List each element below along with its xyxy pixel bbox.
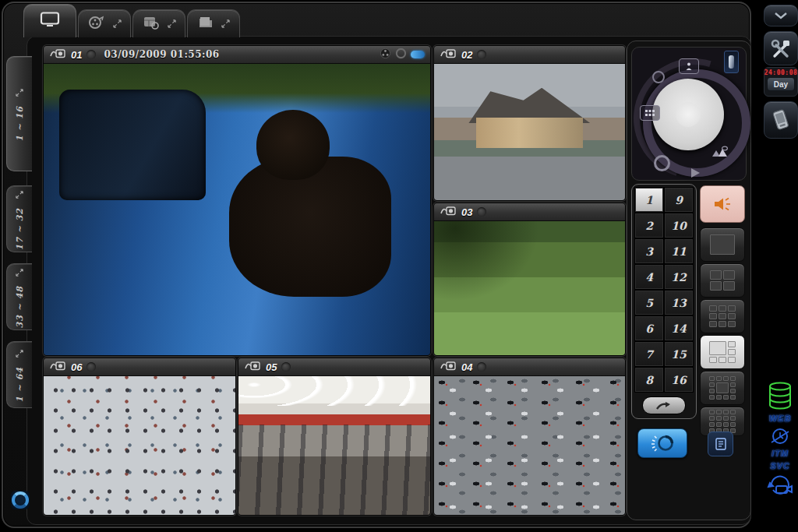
status-dot bbox=[87, 50, 96, 59]
audio-alarm-button[interactable] bbox=[700, 185, 745, 223]
tab-search-playback[interactable] bbox=[78, 9, 131, 37]
expand-icon bbox=[16, 266, 23, 280]
channel-key-6[interactable]: 6 bbox=[634, 315, 664, 341]
camera-feed-image bbox=[238, 375, 430, 515]
schedule-clock: 24:00:08 Day bbox=[764, 67, 798, 97]
camera-05-header: 05 bbox=[238, 358, 430, 376]
ptz-ring-icon[interactable] bbox=[395, 48, 407, 62]
channel-group-tab-1-16[interactable]: 1 ~ 16 bbox=[6, 56, 32, 171]
itm-monitor-icon[interactable] bbox=[762, 427, 798, 449]
layout-quad-button[interactable] bbox=[700, 263, 745, 298]
setup-tools-button[interactable] bbox=[764, 31, 798, 65]
folder-icon bbox=[198, 16, 214, 32]
brightness-dial-button[interactable] bbox=[637, 428, 687, 458]
camera-02-header: 02 bbox=[434, 46, 625, 64]
talk-icon[interactable] bbox=[244, 360, 261, 374]
channel-key-13[interactable]: 13 bbox=[664, 290, 694, 315]
talk-icon[interactable] bbox=[440, 205, 457, 219]
channel-key-12[interactable]: 12 bbox=[664, 264, 694, 290]
talk-icon[interactable] bbox=[49, 360, 66, 374]
camera-feed-image bbox=[44, 375, 235, 515]
chevron-down-icon bbox=[774, 12, 788, 19]
play-icon[interactable] bbox=[691, 168, 700, 178]
ptz-iris-icon[interactable] bbox=[654, 155, 670, 171]
channel-key-7[interactable]: 7 bbox=[634, 341, 664, 367]
channel-key-1[interactable]: 1 bbox=[634, 187, 664, 213]
channel-key-16[interactable]: 16 bbox=[664, 367, 694, 393]
channel-group-label: 17 ~ 32 bbox=[15, 208, 25, 251]
channel-group-tab-17-32[interactable]: 17 ~ 32 bbox=[6, 185, 32, 252]
channel-key-2[interactable]: 2 bbox=[634, 213, 664, 238]
channel-key-8[interactable]: 8 bbox=[634, 367, 664, 393]
expand-icon bbox=[16, 188, 23, 202]
pda-phone-icon bbox=[771, 108, 791, 132]
talk-icon[interactable] bbox=[49, 48, 66, 62]
camera-tile-04[interactable]: 04 bbox=[433, 358, 626, 516]
redo-arrow-icon bbox=[655, 400, 673, 410]
status-dot bbox=[87, 362, 96, 372]
status-dot bbox=[477, 50, 486, 59]
channel-key-5[interactable]: 5 bbox=[634, 290, 664, 315]
channel-key-10[interactable]: 10 bbox=[664, 213, 694, 238]
jog-knob-center bbox=[676, 102, 701, 127]
expand-icon bbox=[16, 347, 23, 361]
talk-icon[interactable] bbox=[440, 48, 457, 62]
dvr-app-window: 1 ~ 16 17 ~ 32 33 ~ 48 1 ~ 64 01 03/09/2… bbox=[0, 0, 798, 532]
layout-eight-button[interactable] bbox=[700, 371, 745, 405]
reel-search-icon bbox=[88, 16, 105, 33]
osd-info-button[interactable] bbox=[708, 432, 733, 456]
channel-group-label: 1 ~ 64 bbox=[15, 367, 25, 403]
day-mode-button[interactable]: Day bbox=[767, 77, 795, 91]
camera-tile-02[interactable]: 02 bbox=[433, 45, 626, 201]
status-dot bbox=[281, 362, 291, 372]
osd-list-icon bbox=[714, 437, 728, 451]
status-dot bbox=[477, 362, 486, 372]
layout-quad-icon bbox=[710, 270, 735, 291]
channel-key-4[interactable]: 4 bbox=[634, 264, 664, 290]
tab-backup[interactable] bbox=[132, 9, 185, 37]
layout-single-button[interactable] bbox=[700, 227, 745, 262]
camera-feed-image bbox=[434, 63, 625, 200]
camera-number: 04 bbox=[461, 361, 472, 373]
layout-nine-button[interactable] bbox=[700, 299, 745, 333]
channel-group-tab-33-48[interactable]: 33 ~ 48 bbox=[6, 263, 32, 330]
camera-tile-05[interactable]: 05 bbox=[238, 358, 431, 516]
camera-feed-image bbox=[434, 375, 625, 515]
dial-mode-toggle[interactable] bbox=[724, 51, 739, 73]
camera-number: 01 bbox=[71, 49, 82, 61]
record-reel-icon[interactable] bbox=[380, 48, 391, 62]
aperture-icon[interactable] bbox=[11, 491, 30, 509]
camera-tile-01[interactable]: 01 03/09/2009 01:55:06 bbox=[43, 45, 431, 356]
camera-number: 03 bbox=[461, 206, 472, 218]
layout-eight-icon bbox=[709, 376, 736, 400]
camera-feed-image bbox=[44, 63, 430, 355]
web-service-label[interactable]: WEB bbox=[762, 414, 798, 423]
collapse-panel-button[interactable] bbox=[764, 5, 798, 26]
mobile-device-button[interactable] bbox=[764, 101, 798, 139]
channel-key-11[interactable]: 11 bbox=[664, 238, 694, 264]
channel-key-14[interactable]: 14 bbox=[664, 315, 694, 341]
channel-key-9[interactable]: 9 bbox=[664, 187, 694, 213]
ptz-grid-icon[interactable] bbox=[640, 105, 660, 121]
channel-key-3[interactable]: 3 bbox=[634, 238, 664, 264]
talk-icon[interactable] bbox=[440, 360, 457, 374]
svc-service-label[interactable]: SVC bbox=[762, 461, 798, 470]
camera-service-icon[interactable] bbox=[762, 474, 798, 499]
layout-six-button[interactable] bbox=[700, 335, 745, 369]
channel-group-tab-1-64[interactable]: 1 ~ 64 bbox=[6, 341, 32, 408]
dial-adjust-icon bbox=[648, 433, 677, 453]
channel-key-15[interactable]: 15 bbox=[664, 341, 694, 367]
stream-toggle-led[interactable] bbox=[411, 51, 425, 58]
tab-archive[interactable] bbox=[187, 9, 240, 37]
tab-live-monitor[interactable] bbox=[23, 4, 76, 37]
camera-tile-03[interactable]: 03 bbox=[433, 203, 626, 356]
clock-display: 24:00:08 bbox=[764, 69, 798, 76]
zoom-mountains-icon[interactable] bbox=[711, 146, 729, 160]
backup-window-icon bbox=[143, 16, 160, 33]
monitor-icon bbox=[40, 12, 60, 30]
camera-tile-06[interactable]: 06 bbox=[43, 358, 236, 516]
itm-service-label[interactable]: ITM bbox=[762, 449, 798, 458]
ptz-person-icon[interactable] bbox=[679, 58, 699, 74]
next-page-button[interactable] bbox=[642, 396, 686, 414]
ptz-focus-icon[interactable] bbox=[652, 71, 665, 83]
